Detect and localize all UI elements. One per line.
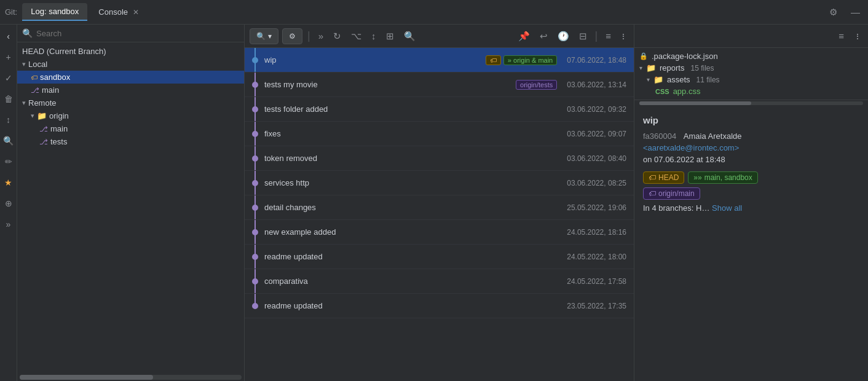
sidebar-item-origin-main[interactable]: ⎇ main (17, 122, 244, 135)
assets-name: assets (667, 75, 690, 84)
commit-message: detail changes (264, 203, 562, 212)
caret-icon: ▾ (639, 65, 642, 71)
file-item-assets[interactable]: ▾ 📁 assets 11 files (634, 74, 868, 85)
branch-tree: HEAD (Current Branch) ▾ Local 🏷 sandbox … (17, 42, 244, 374)
commit-date: 03.06.2022, 09:07 (567, 130, 626, 138)
package-lock-name: .package-lock.json (652, 52, 718, 61)
reports-count: 15 files (690, 64, 714, 73)
plus-circle-icon[interactable]: ⊕ (2, 197, 15, 210)
commit-row[interactable]: tests my movie origin/tests 03.06.2022, … (245, 73, 634, 97)
commit-row[interactable]: new example added 24.05.2022, 18:16 (245, 220, 634, 245)
commit-row[interactable]: tests folder added 03.06.2022, 09:32 (245, 97, 634, 122)
commit-row[interactable]: fixes 03.06.2022, 09:07 (245, 122, 634, 146)
commit-row[interactable]: detail changes 25.05.2022, 19:06 (245, 195, 634, 220)
align-icon[interactable]: ≡ (602, 29, 614, 42)
in-branches-text: In 4 branches: H… (643, 203, 709, 213)
commit-detail-email: <aaretxalde@irontec.com> (643, 143, 859, 152)
star-icon[interactable]: ★ (2, 176, 15, 189)
commit-row[interactable]: wip 🏷 » origin & main 07.06.2022, 18:48 (245, 48, 634, 73)
commit-dot (252, 106, 258, 112)
commit-date: 07.06.2022, 18:48 (567, 56, 626, 65)
commit-row[interactable]: services http 03.06.2022, 08:25 (245, 171, 634, 195)
search-dropdown-btn[interactable]: 🔍 ▾ (250, 28, 278, 44)
sidebar-search-input[interactable] (36, 29, 239, 38)
commit-date: 03.06.2022, 13:14 (567, 81, 626, 89)
file-item-reports[interactable]: ▾ 📁 reports 15 files (634, 62, 868, 74)
sidebar-scrollbar[interactable] (20, 375, 242, 380)
align-right-icon[interactable]: ≡ (835, 29, 847, 42)
commit-row[interactable]: comparativa 24.05.2022, 17:58 (245, 269, 634, 294)
horizontal-scrollbar[interactable] (639, 101, 863, 105)
lock-icon: 🔒 (639, 52, 648, 60)
tag-origin-main: » origin & main (503, 55, 557, 65)
columns-icon[interactable]: ⊟ (576, 29, 590, 43)
settings-icon[interactable]: ⚙ (826, 6, 840, 19)
undo-icon[interactable]: ↩ (537, 29, 551, 43)
edit-icon[interactable]: ✏ (2, 155, 15, 168)
app-css-name: app.css (673, 87, 701, 96)
close-icon[interactable]: ✕ (133, 8, 139, 17)
history-icon[interactable]: 🕐 (554, 29, 572, 43)
pin-icon[interactable]: 📌 (515, 29, 533, 43)
commit-row[interactable]: readme updated 23.05.2022, 17:35 (245, 294, 634, 318)
settings-btn[interactable]: ⚙ (282, 28, 302, 44)
assets-count: 11 files (696, 76, 720, 84)
commit-row[interactable]: token removed 03.06.2022, 08:40 (245, 146, 634, 171)
add-icon[interactable]: + (2, 50, 15, 64)
sort-icon[interactable]: ↕ (2, 113, 15, 127)
commit-message: readme updated (264, 252, 562, 261)
search-icon-small: 🔍 (256, 32, 266, 41)
sidebar-item-remote-header[interactable]: ▾ Remote (17, 96, 244, 109)
double-chevron-toolbar-icon[interactable]: » (315, 29, 326, 42)
origin-main-label: main (50, 124, 68, 133)
delete-icon[interactable]: 🗑 (2, 92, 15, 106)
filter-icon[interactable]: ⫶ (618, 29, 629, 42)
folder-icon: 📁 (653, 75, 663, 84)
minimize-icon[interactable]: — (848, 6, 863, 18)
file-item-app-css[interactable]: CSS app.css (634, 85, 868, 97)
collapse-icon[interactable]: ‹ (2, 29, 15, 43)
refresh-icon[interactable]: ↻ (330, 29, 344, 43)
remote-label: Remote (28, 98, 57, 108)
sidebar-item-local-header[interactable]: ▾ Local (17, 58, 244, 71)
search-toolbar-icon[interactable]: 🔍 (401, 29, 419, 43)
commit-message: wip (264, 55, 481, 65)
file-item-package-lock[interactable]: 🔒 .package-lock.json (634, 50, 868, 62)
sidebar-item-sandbox[interactable]: 🏷 sandbox (17, 71, 244, 84)
search-icon: 🔍 (22, 28, 33, 38)
tab-log-label: Log: sandbox (31, 7, 79, 16)
commit-date: 24.05.2022, 18:16 (567, 228, 626, 237)
commit-date: 24.05.2022, 18:00 (567, 253, 626, 261)
sidebar-item-origin[interactable]: ▾ 📁 origin (17, 109, 244, 122)
commit-row[interactable]: readme updated 24.05.2022, 18:00 (245, 245, 634, 269)
commit-list: wip 🏷 » origin & main 07.06.2022, 18:48 … (245, 48, 634, 381)
hash-value: fa360004 (643, 132, 676, 141)
double-chevron-icon[interactable]: » (2, 218, 15, 231)
tag-origin-tests: origin/tests (516, 80, 557, 90)
merge-icon[interactable]: ↕ (368, 29, 379, 42)
commit-tags: 🏷 » origin & main (486, 55, 557, 65)
tab-console[interactable]: Console ✕ (90, 4, 148, 20)
tab-log[interactable]: Log: sandbox (22, 3, 87, 21)
reports-name: reports (660, 63, 684, 73)
filter-right-icon[interactable]: ⫶ (852, 29, 863, 42)
sidebar-item-main[interactable]: ⎇ main (17, 84, 244, 96)
commit-message: tests folder added (264, 104, 562, 114)
separator: | (307, 29, 310, 42)
sidebar-item-head[interactable]: HEAD (Current Branch) (17, 45, 244, 58)
commit-detail-tags: 🏷 HEAD »» main, sandbox (643, 171, 859, 184)
grid-icon[interactable]: ⊞ (383, 29, 397, 43)
sidebar-item-origin-tests[interactable]: ⎇ tests (17, 135, 244, 148)
commit-date: 25.05.2022, 19:06 (567, 203, 626, 212)
search-side-icon[interactable]: 🔍 (2, 134, 15, 147)
local-label: Local (28, 60, 47, 69)
cherry-pick-icon[interactable]: ⌥ (348, 29, 365, 43)
check-icon[interactable]: ✓ (2, 71, 15, 85)
origin-label: origin (49, 111, 69, 120)
show-all-link[interactable]: Show all (712, 203, 742, 213)
commit-tags: origin/tests (516, 80, 557, 90)
commit-date: 03.06.2022, 08:25 (567, 179, 626, 187)
commit-detail-in-branches: In 4 branches: H… Show all (643, 203, 859, 213)
commit-log-toolbar: 🔍 ▾ ⚙ | » ↻ ⌥ ↕ ⊞ 🔍 📌 ↩ 🕐 ⊟ | ≡ ⫶ (245, 25, 634, 48)
right-panel: ≡ ⫶ 🔒 .package-lock.json ▾ 📁 reports 15 … (634, 25, 868, 381)
